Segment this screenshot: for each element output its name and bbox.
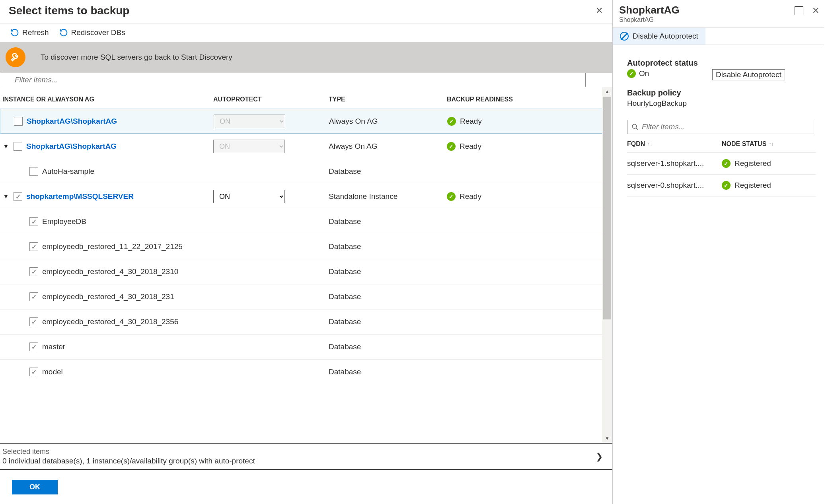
autoprotect-cell: ON — [213, 140, 329, 153]
row-checkbox[interactable] — [29, 317, 38, 326]
node-row[interactable]: sqlserver-1.shopkart....✓Registered — [627, 153, 816, 175]
row-checkbox[interactable] — [14, 142, 22, 151]
col-autoprotect[interactable]: AUTOPROTECT — [213, 96, 329, 103]
row-checkbox[interactable] — [29, 217, 38, 226]
node-status-cell: ✓Registered — [722, 181, 813, 190]
scroll-thumb[interactable] — [603, 97, 611, 319]
close-details-icon[interactable]: ✕ — [810, 4, 822, 18]
type-cell: Database — [329, 217, 447, 226]
name-cell: ▼ShopkartAG\ShopkartAG — [3, 117, 214, 126]
col-type[interactable]: TYPE — [329, 96, 447, 103]
name-cell: ▼employeedb_restored_4_30_2018_2356 — [2, 317, 213, 326]
type-cell: Always On AG — [329, 117, 447, 126]
type-cell: Standalone Instance — [329, 192, 447, 201]
row-checkbox[interactable] — [29, 368, 38, 376]
sort-icon: ↑↓ — [647, 141, 652, 147]
name-cell: ▼AutoHa-sample — [2, 167, 213, 176]
row-name[interactable]: ShopkartAG\ShopkartAG — [26, 142, 117, 151]
name-cell: ▼ShopkartAG\ShopkartAG — [2, 142, 213, 151]
readiness-cell: ✓Ready — [447, 117, 586, 126]
type-cell: Database — [329, 368, 447, 376]
autoprotect-select[interactable]: ON — [213, 190, 285, 203]
row-name: employeedb_restored_4_30_2018_2356 — [42, 317, 178, 326]
rediscover-button[interactable]: Rediscover DBs — [59, 28, 125, 37]
node-fqdn: sqlserver-0.shopkart.... — [627, 181, 722, 190]
summary-text: Selected items 0 individual database(s),… — [2, 448, 255, 465]
disable-label: Disable Autoprotect — [633, 32, 698, 41]
col-node-status[interactable]: NODE STATUS↑↓ — [722, 140, 813, 148]
filter-row — [0, 73, 612, 87]
ok-button[interactable]: OK — [12, 480, 58, 494]
table-row[interactable]: ▼shopkartemp\MSSQLSERVERONStandalone Ins… — [0, 184, 612, 209]
row-checkbox[interactable] — [29, 167, 38, 176]
row-checkbox[interactable] — [29, 242, 38, 251]
table-row[interactable]: ▼AutoHa-sampleDatabase — [0, 159, 612, 184]
row-checkbox[interactable] — [14, 192, 22, 201]
close-icon[interactable]: ✕ — [593, 4, 605, 18]
maximize-icon[interactable] — [795, 6, 803, 15]
autoprotect-cell: ON — [214, 115, 329, 128]
row-name: model — [42, 368, 63, 376]
filter-input[interactable] — [1, 73, 586, 87]
details-subtitle: ShopkartAG — [619, 16, 680, 23]
info-bar: To discover more SQL servers go back to … — [0, 42, 612, 73]
type-cell: Database — [329, 342, 447, 351]
tools-icon — [6, 47, 25, 67]
row-checkbox[interactable] — [29, 267, 38, 276]
table-row[interactable]: ▼modelDatabase — [0, 359, 612, 384]
chevron-right-icon[interactable]: ❯ — [592, 450, 607, 463]
node-row[interactable]: sqlserver-0.shopkart....✓Registered — [627, 175, 816, 197]
tooltip: Disable Autoprotect — [712, 69, 785, 80]
table-row[interactable]: ▼employeedb_restored_4_30_2018_231Databa… — [0, 284, 612, 309]
table-row[interactable]: ▼employeedb_restored_11_22_2017_2125Data… — [0, 234, 612, 259]
panel-header: Select items to backup ✕ — [0, 0, 612, 23]
name-cell: ▼shopkartemp\MSSQLSERVER — [2, 192, 213, 201]
row-name: employeedb_restored_11_22_2017_2125 — [42, 242, 183, 251]
scroll-down-icon[interactable]: ▼ — [605, 434, 610, 443]
table-row[interactable]: ▼ShopkartAG\ShopkartAGONAlways On AG✓Rea… — [0, 134, 612, 159]
scrollbar[interactable]: ▲ ▼ — [602, 87, 612, 443]
expand-caret-icon[interactable]: ▼ — [2, 193, 10, 200]
row-checkbox[interactable] — [29, 342, 38, 351]
refresh-button[interactable]: Refresh — [10, 28, 49, 37]
node-status-text: Registered — [734, 159, 771, 168]
nodes-filter-input[interactable] — [642, 123, 810, 131]
col-fqdn[interactable]: FQDN↑↓ — [627, 140, 722, 148]
autoprotect-select: ON — [214, 115, 285, 128]
col-instance[interactable]: INSTANCE OR ALWAYSON AG — [2, 96, 213, 103]
row-name: employeedb_restored_4_30_2018_231 — [42, 292, 174, 301]
summary-label: Selected items — [2, 448, 255, 456]
summary-bar[interactable]: Selected items 0 individual database(s),… — [0, 443, 612, 469]
type-cell: Database — [329, 267, 447, 276]
col-readiness[interactable]: BACKUP READINESS — [447, 96, 586, 103]
details-toolbar: Disable Autoprotect — [613, 27, 824, 45]
row-checkbox[interactable] — [29, 292, 38, 301]
row-name[interactable]: ShopkartAG\ShopkartAG — [27, 117, 117, 126]
ready-icon: ✓ — [447, 192, 456, 201]
name-cell: ▼employeedb_restored_4_30_2018_231 — [2, 292, 213, 301]
details-title: ShopkartAG — [619, 4, 680, 16]
autoprotect-status-title: Autoprotect status — [627, 58, 816, 68]
table-row[interactable]: ▼employeedb_restored_4_30_2018_2356Datab… — [0, 309, 612, 334]
table-row[interactable]: ▼ShopkartAG\ShopkartAGONAlways On AG✓Rea… — [0, 109, 612, 134]
toolbar: Refresh Rediscover DBs — [0, 23, 612, 42]
rediscover-label: Rediscover DBs — [71, 28, 125, 37]
row-checkbox[interactable] — [14, 117, 23, 126]
refresh-icon — [10, 28, 19, 37]
row-name: master — [42, 342, 65, 351]
nodes-filter[interactable] — [627, 120, 814, 134]
row-name[interactable]: shopkartemp\MSSQLSERVER — [26, 192, 134, 201]
autoprotect-select: ON — [213, 140, 285, 153]
expand-caret-icon[interactable]: ▼ — [2, 143, 10, 150]
table-row[interactable]: ▼employeedb_restored_4_30_2018_2310Datab… — [0, 259, 612, 284]
scroll-up-icon[interactable]: ▲ — [605, 87, 610, 96]
type-cell: Database — [329, 317, 447, 326]
table-row[interactable]: ▼masterDatabase — [0, 334, 612, 359]
readiness-text: Ready — [460, 117, 482, 126]
disable-autoprotect-button[interactable]: Disable Autoprotect — [613, 28, 705, 45]
table-row[interactable]: ▼EmployeeDBDatabase — [0, 209, 612, 234]
info-text: To discover more SQL servers go back to … — [41, 53, 232, 62]
name-cell: ▼EmployeeDB — [2, 217, 213, 226]
type-cell: Database — [329, 242, 447, 251]
ready-icon: ✓ — [447, 117, 456, 126]
